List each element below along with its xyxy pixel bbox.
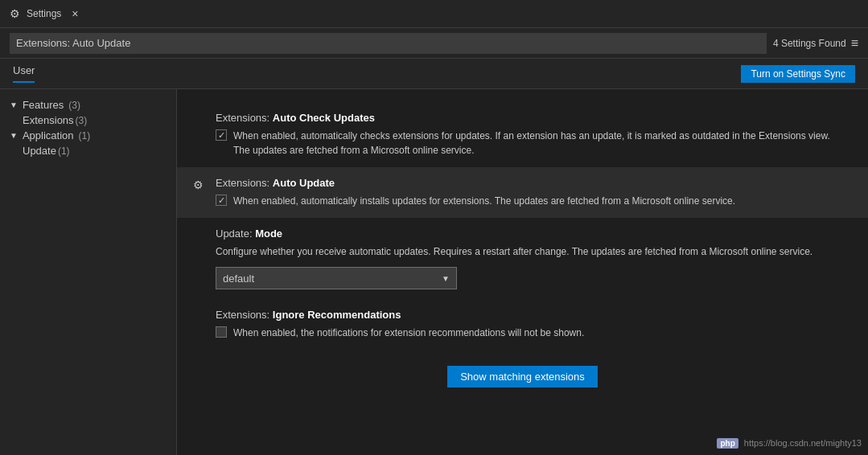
watermark: php https://blog.csdn.net/mighty13 [717, 438, 862, 449]
auto-check-bold: Auto Check Updates [273, 112, 375, 124]
setting-auto-check-updates: Extensions: Auto Check Updates When enab… [177, 102, 868, 167]
update-mode-description: Configure whether you receive automatic … [216, 244, 849, 259]
update-mode-prefix: Update: [216, 228, 255, 240]
update-mode-select[interactable]: default auto start none [223, 273, 442, 285]
auto-check-description: When enabled, automatically checks exten… [233, 129, 849, 158]
tab-user[interactable]: User [13, 64, 35, 83]
update-mode-bold: Mode [255, 228, 282, 240]
ignore-rec-bold: Ignore Recommendations [273, 309, 401, 321]
search-input[interactable] [10, 33, 767, 54]
arrow-icon: ▼ [10, 100, 18, 109]
features-label: Features [23, 99, 64, 111]
auto-check-checkbox-row: When enabled, automatically checks exten… [216, 129, 849, 158]
setting-update-mode: Update: Mode Configure whether you recei… [177, 218, 868, 299]
gear-icon[interactable]: ⚙ [193, 178, 204, 191]
auto-update-bold: Auto Update [273, 177, 335, 189]
close-button[interactable]: × [68, 6, 82, 21]
tab-bar: User [13, 64, 35, 83]
ignore-rec-title: Extensions: Ignore Recommendations [216, 309, 849, 321]
main-container: 4 Settings Found ≡ User Turn on Settings… [0, 28, 868, 455]
content-area: ▼ Features (3) Extensions (3) ▼ Applicat… [0, 89, 868, 455]
settings-content: Extensions: Auto Check Updates When enab… [177, 89, 868, 408]
sidebar-item-application[interactable]: ▼ Application (1) [0, 128, 176, 143]
auto-check-prefix: Extensions: [216, 112, 273, 124]
settings-icon: ⚙ [10, 7, 20, 20]
auto-update-title: Extensions: Auto Update [216, 177, 849, 189]
application-count: (1) [79, 130, 91, 141]
php-badge: php [717, 438, 738, 449]
show-matching-container: Show matching extensions [177, 350, 868, 396]
top-nav: User Turn on Settings Sync [0, 59, 868, 89]
update-mode-title: Update: Mode [216, 228, 849, 240]
application-label: Application [23, 129, 74, 141]
ignore-rec-description: When enabled, the notifications for exte… [233, 326, 584, 340]
update-mode-dropdown-container: default auto start none ▼ [216, 267, 849, 289]
filter-icon[interactable]: ≡ [851, 36, 858, 51]
ignore-rec-prefix: Extensions: [216, 309, 273, 321]
watermark-url: https://blog.csdn.net/mighty13 [744, 438, 862, 448]
sync-button[interactable]: Turn on Settings Sync [741, 65, 855, 83]
features-count: (3) [68, 100, 80, 111]
auto-check-checkbox[interactable] [216, 129, 227, 141]
auto-check-updates-title: Extensions: Auto Check Updates [216, 112, 849, 124]
sidebar-item-update[interactable]: Update (1) [0, 143, 176, 158]
auto-update-prefix: Extensions: [216, 177, 273, 189]
sidebar: ▼ Features (3) Extensions (3) ▼ Applicat… [0, 89, 177, 455]
titlebar-title: Settings [27, 8, 61, 19]
update-mode-dropdown[interactable]: default auto start none ▼ [216, 267, 457, 289]
ignore-rec-checkbox-row: When enabled, the notifications for exte… [216, 326, 849, 340]
search-input-container [10, 33, 767, 54]
auto-update-checkbox[interactable] [216, 195, 227, 206]
settings-found-text: 4 Settings Found [773, 38, 846, 49]
auto-update-checkbox-row: When enabled, automatically installs upd… [216, 194, 849, 208]
update-label: Update [23, 145, 56, 157]
extensions-count: (3) [76, 115, 88, 126]
arrow-icon-app: ▼ [10, 131, 18, 140]
setting-ignore-recommendations: Extensions: Ignore Recommendations When … [177, 299, 868, 350]
setting-auto-update: ⚙ Extensions: Auto Update When enabled, … [177, 167, 868, 218]
dropdown-arrow-icon: ▼ [442, 274, 450, 283]
sidebar-item-extensions[interactable]: Extensions (3) [0, 113, 176, 128]
settings-panel: Extensions: Auto Check Updates When enab… [177, 89, 868, 455]
auto-update-description: When enabled, automatically installs upd… [233, 194, 735, 208]
show-matching-button[interactable]: Show matching extensions [447, 366, 598, 387]
update-count: (1) [58, 146, 70, 157]
ignore-rec-checkbox[interactable] [216, 326, 227, 338]
sidebar-item-features[interactable]: ▼ Features (3) [0, 97, 176, 113]
titlebar: ⚙ Settings × [0, 0, 868, 28]
settings-found: 4 Settings Found ≡ [773, 36, 858, 51]
search-bar: 4 Settings Found ≡ [0, 28, 868, 59]
extensions-label: Extensions [23, 114, 74, 126]
